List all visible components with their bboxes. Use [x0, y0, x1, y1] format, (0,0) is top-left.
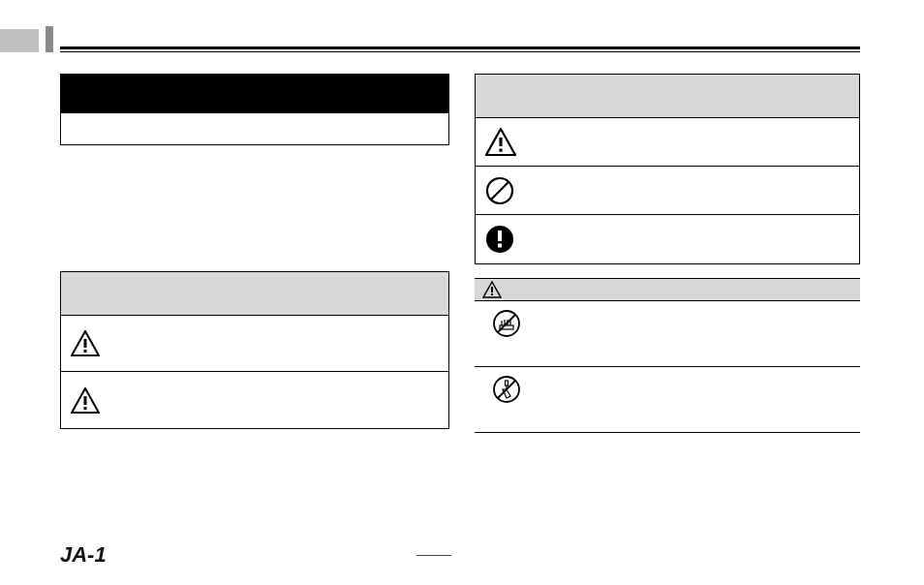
header-rule-thick — [60, 46, 860, 49]
prohibit-icon — [485, 176, 514, 205]
section-subtitle-box — [60, 112, 449, 145]
svg-rect-8 — [499, 148, 502, 151]
svg-rect-16 — [491, 293, 493, 295]
icon-key-row — [476, 167, 859, 215]
svg-rect-7 — [499, 138, 502, 146]
caution-section — [475, 278, 860, 433]
symbol-legend-table — [60, 271, 449, 429]
left-column — [60, 74, 449, 429]
caution-header — [475, 278, 860, 301]
warning-icon — [485, 128, 516, 157]
icon-key-row — [476, 215, 859, 263]
svg-rect-15 — [491, 287, 493, 292]
icon-key-header — [476, 75, 859, 118]
caution-row — [475, 301, 860, 367]
svg-rect-5 — [84, 407, 87, 410]
footer-rule — [416, 555, 451, 556]
legend-row — [61, 372, 448, 428]
page-number: JA-1 — [60, 542, 107, 568]
svg-rect-25 — [506, 381, 508, 385]
section-title-bar — [60, 74, 449, 112]
svg-line-27 — [498, 381, 515, 398]
page-corner-marker — [0, 29, 39, 52]
svg-line-10 — [491, 182, 508, 200]
icon-key-table — [475, 74, 860, 264]
right-column — [475, 74, 860, 433]
manual-page: JA-1 — [0, 0, 924, 585]
warning-icon — [71, 387, 100, 414]
warning-icon — [482, 281, 502, 298]
svg-rect-12 — [498, 231, 502, 241]
legend-header — [61, 272, 448, 316]
svg-rect-1 — [84, 339, 87, 348]
no-wet-hand-icon — [492, 309, 521, 338]
no-disassemble-icon — [492, 375, 521, 404]
header-accent-bar — [46, 26, 53, 52]
caution-row — [475, 367, 860, 433]
warning-icon — [71, 330, 100, 356]
header-rule-thin — [60, 51, 860, 52]
svg-rect-2 — [84, 350, 87, 353]
legend-row — [61, 316, 448, 372]
svg-rect-4 — [84, 396, 87, 405]
svg-rect-13 — [498, 244, 502, 248]
mandatory-icon — [485, 225, 514, 254]
icon-key-row — [476, 118, 859, 167]
